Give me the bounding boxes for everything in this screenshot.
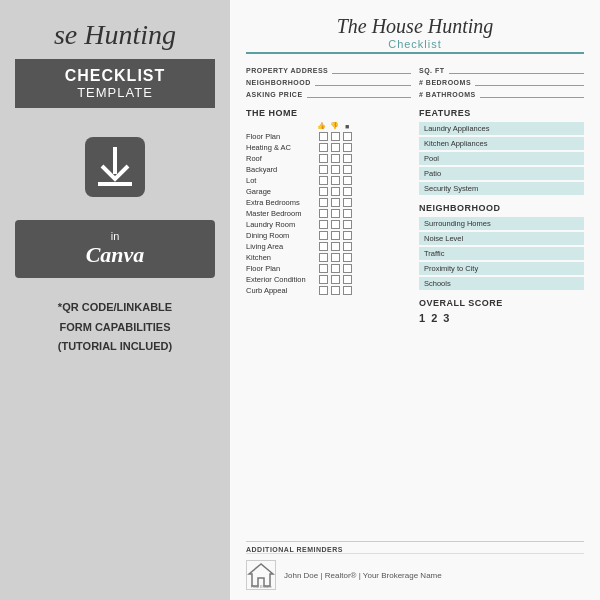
sqft-label: SQ. FT — [419, 67, 445, 74]
checkbox[interactable] — [343, 176, 352, 185]
form-neighborhood-col: NEIGHBORHOOD — [246, 76, 411, 88]
checkbox[interactable] — [319, 231, 328, 240]
thumbs-down-icon: 👎 — [329, 122, 339, 130]
checkbox[interactable] — [343, 132, 352, 141]
checkbox[interactable] — [319, 176, 328, 185]
list-item: Extra Bedrooms — [246, 198, 411, 207]
checkbox[interactable] — [343, 154, 352, 163]
bedrooms-label: # BEDROOMS — [419, 79, 471, 86]
checkbox[interactable] — [331, 253, 340, 262]
checkbox[interactable] — [343, 220, 352, 229]
list-item: Floor Plan — [246, 264, 411, 273]
checkbox[interactable] — [343, 275, 352, 284]
svg-marker-3 — [249, 564, 273, 586]
checkbox[interactable] — [319, 132, 328, 141]
form-property-col: PROPERTY ADDRESS — [246, 64, 411, 76]
checkbox[interactable] — [319, 242, 328, 251]
list-item: Living Area — [246, 242, 411, 251]
score-1: 1 — [419, 312, 425, 324]
checkbox[interactable] — [343, 253, 352, 262]
canva-in-text: in — [31, 230, 199, 242]
neighborhood-noise: Noise Level — [419, 232, 584, 245]
item-floor-plan-2: Floor Plan — [246, 264, 316, 273]
feature-tutorial: (TUTORIAL INCLUED) — [15, 337, 215, 357]
content-grid: THE HOME 👍 👎 ■ Floor Plan Heating & AC — [246, 108, 584, 537]
checkbox[interactable] — [331, 231, 340, 240]
checkbox[interactable] — [319, 286, 328, 295]
checkbox[interactable] — [343, 198, 352, 207]
neighborhood-schools: Schools — [419, 277, 584, 290]
checkbox[interactable] — [343, 187, 352, 196]
home-checklist: Floor Plan Heating & AC Roof — [246, 132, 411, 295]
item-exterior-condition: Exterior Condition — [246, 275, 316, 284]
item-floor-plan: Floor Plan — [246, 132, 316, 141]
neighborhood-label: NEIGHBORHOOD — [246, 79, 311, 86]
checkbox[interactable] — [331, 132, 340, 141]
neighborhood-line — [315, 76, 411, 86]
item-backyard: Backyard — [246, 165, 316, 174]
item-dining-room: Dining Room — [246, 231, 316, 240]
checkbox[interactable] — [319, 275, 328, 284]
left-title: se Hunting — [54, 20, 176, 51]
checkbox[interactable] — [331, 176, 340, 185]
score-2: 2 — [431, 312, 437, 324]
canva-brand: Canva — [31, 242, 199, 268]
checkbox[interactable] — [343, 242, 352, 251]
feature-form: FORM CAPABILITIES — [15, 318, 215, 338]
checkbox[interactable] — [319, 198, 328, 207]
checkbox[interactable] — [331, 286, 340, 295]
score-numbers: 1 2 3 — [419, 312, 584, 324]
checkbox[interactable] — [331, 220, 340, 229]
checkbox[interactable] — [343, 209, 352, 218]
form-price-col: ASKING PRICE — [246, 88, 411, 100]
item-curb-appeal: Curb Appeal — [246, 286, 316, 295]
checkbox[interactable] — [331, 242, 340, 251]
checkbox[interactable] — [319, 253, 328, 262]
checkbox[interactable] — [343, 143, 352, 152]
checkbox[interactable] — [331, 275, 340, 284]
property-line — [332, 64, 411, 74]
checkbox[interactable] — [331, 264, 340, 273]
feature-security: Security System — [419, 182, 584, 195]
feature-pool: Pool — [419, 152, 584, 165]
checkbox[interactable] — [319, 187, 328, 196]
checkbox[interactable] — [319, 165, 328, 174]
checkbox[interactable] — [331, 187, 340, 196]
checkbox[interactable] — [319, 209, 328, 218]
checkbox[interactable] — [331, 209, 340, 218]
bathrooms-line — [480, 88, 584, 98]
checkbox[interactable] — [343, 165, 352, 174]
list-item: Roof — [246, 154, 411, 163]
feature-laundry: Laundry Appliances — [419, 122, 584, 135]
checkbox[interactable] — [343, 286, 352, 295]
checkbox[interactable] — [331, 198, 340, 207]
score-3: 3 — [443, 312, 449, 324]
checkbox[interactable] — [343, 264, 352, 273]
checkbox[interactable] — [331, 143, 340, 152]
checkbox[interactable] — [331, 165, 340, 174]
features-column: FEATURES Laundry Appliances Kitchen Appl… — [419, 108, 584, 537]
property-label: PROPERTY ADDRESS — [246, 67, 328, 74]
list-item: Backyard — [246, 165, 411, 174]
list-item: Laundry Room — [246, 220, 411, 229]
sqft-line — [449, 64, 584, 74]
checkbox[interactable] — [319, 264, 328, 273]
home-section-title: THE HOME — [246, 108, 411, 118]
list-item: Exterior Condition — [246, 275, 411, 284]
checkbox[interactable] — [319, 143, 328, 152]
footer-logo: Real Estate — [246, 560, 276, 590]
doc-title: The House Hunting — [246, 14, 584, 38]
checkbox[interactable] — [319, 154, 328, 163]
checkbox[interactable] — [343, 231, 352, 240]
item-garage: Garage — [246, 187, 316, 196]
bathrooms-label: # BATHROOMS — [419, 91, 476, 98]
left-panel: se Hunting CHECKLIST TEMPLATE in Canva *… — [0, 0, 230, 600]
checkbox[interactable] — [331, 154, 340, 163]
neutral-icon: ■ — [342, 123, 352, 130]
item-master-bedroom: Master Bedroom — [246, 209, 316, 218]
neighborhood-section-title: NEIGHBORHOOD — [419, 203, 584, 213]
neighborhood-section: NEIGHBORHOOD Surrounding Homes Noise Lev… — [419, 203, 584, 290]
neighborhood-proximity: Proximity to City — [419, 262, 584, 275]
features-section-title: FEATURES — [419, 108, 584, 118]
checkbox[interactable] — [319, 220, 328, 229]
